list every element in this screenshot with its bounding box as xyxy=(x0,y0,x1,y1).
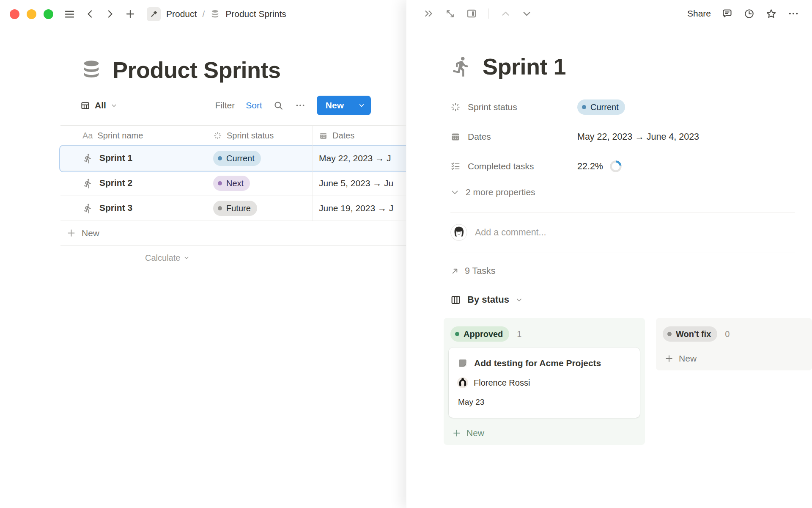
new-record-button-label[interactable]: New xyxy=(317,100,352,110)
more-icon[interactable] xyxy=(787,8,799,19)
chevron-up-icon[interactable] xyxy=(500,8,511,19)
calendar-icon xyxy=(319,131,328,140)
property-label: Dates xyxy=(468,132,491,142)
expand-icon[interactable] xyxy=(445,8,455,19)
more-properties-toggle[interactable]: 2 more properties xyxy=(450,187,795,197)
new-label: New xyxy=(679,353,697,364)
side-peek-icon[interactable] xyxy=(466,8,477,19)
new-row-label: New xyxy=(82,228,99,238)
chevron-down-icon xyxy=(111,102,117,109)
filter-button[interactable]: Filter xyxy=(215,100,235,110)
page-title: Product Sprints xyxy=(112,57,281,83)
status-dot xyxy=(218,206,222,210)
calculate-row: Calculate xyxy=(60,246,406,270)
comment-input-row[interactable]: Add a comment... xyxy=(450,213,795,252)
status-badge[interactable]: Current xyxy=(577,99,625,115)
view-tab-label: By status xyxy=(467,294,509,305)
status-badge[interactable]: Current xyxy=(213,151,261,166)
comments-icon[interactable] xyxy=(721,8,733,19)
avatar xyxy=(457,377,468,388)
peek-topbar: Share xyxy=(406,0,812,27)
share-button[interactable]: Share xyxy=(687,8,711,19)
table-row-sprint-2[interactable]: Sprint 2 Next June 5, 2023 → Ju xyxy=(60,171,406,196)
column-header-dates[interactable]: Dates xyxy=(313,126,406,146)
group-count: 1 xyxy=(517,329,521,339)
new-row-button[interactable]: New xyxy=(60,221,406,246)
table-row-sprint-1[interactable]: Sprint 1 Current May 22, 2023 → J xyxy=(60,146,406,171)
ne-arrow-icon xyxy=(450,267,459,276)
history-icon[interactable] xyxy=(743,8,755,19)
progress-ring xyxy=(609,160,622,173)
dates-cell[interactable]: June 19, 2023 → J xyxy=(313,196,406,221)
properties-section: Sprint status Current Dates May 22, 2023… xyxy=(450,98,795,197)
task-card[interactable]: Add testing for Acme Projects Florence R… xyxy=(449,348,640,418)
property-row-sprint-status[interactable]: Sprint status Current xyxy=(450,98,795,116)
sprint-name-link[interactable]: Sprint 3 xyxy=(99,202,132,214)
database-icon[interactable] xyxy=(80,59,102,81)
comment-input-placeholder[interactable]: Add a comment... xyxy=(475,227,546,238)
divider xyxy=(450,252,795,252)
chevron-down-icon xyxy=(516,296,523,304)
sort-button[interactable]: Sort xyxy=(246,100,262,110)
plus-icon xyxy=(664,354,674,363)
task-card-title[interactable]: Add testing for Acme Projects xyxy=(474,358,601,368)
running-person-icon xyxy=(82,153,93,164)
column-header-sprint-name[interactable]: Aa Sprint name xyxy=(60,126,207,146)
status-badge[interactable]: Future xyxy=(213,201,257,216)
avatar xyxy=(450,224,467,241)
linked-database-title[interactable]: 9 Tasks xyxy=(450,266,795,276)
property-label: Sprint status xyxy=(468,102,517,112)
zoom-window-button[interactable] xyxy=(44,9,53,19)
group-badge-wont-fix[interactable]: Won't fix xyxy=(663,326,717,342)
board-view-icon xyxy=(450,295,461,305)
board-column-header[interactable]: Won't fix 0 xyxy=(661,326,807,342)
sprint-name-link[interactable]: Sprint 2 xyxy=(99,177,132,189)
dates-cell[interactable]: May 22, 2023 → J xyxy=(313,146,406,171)
favorite-star-icon[interactable] xyxy=(765,8,777,19)
board-new-button-wont-fix[interactable]: New xyxy=(661,353,807,364)
dates-value[interactable]: May 22, 2023 → June 4, 2023 xyxy=(577,132,699,142)
breadcrumb-item-product-sprints[interactable]: Product Sprints xyxy=(225,9,286,19)
status-property-icon xyxy=(213,131,222,140)
status-dot xyxy=(582,105,586,109)
close-peek-icon[interactable] xyxy=(423,8,434,19)
board-column-approved: Approved 1 Add testing for Acme Projects xyxy=(444,318,645,445)
view-tab-all[interactable]: All xyxy=(80,100,117,110)
property-row-completed-tasks[interactable]: Completed tasks 22.2% xyxy=(450,157,795,175)
board-column-header[interactable]: Approved 1 xyxy=(449,326,640,342)
search-icon[interactable] xyxy=(273,100,284,111)
toolbar-divider xyxy=(488,8,489,19)
breadcrumb: Product / Product Sprints xyxy=(147,7,286,21)
breadcrumb-item-product[interactable]: Product xyxy=(166,9,197,19)
table-row-sprint-3[interactable]: Sprint 3 Future June 19, 2023 → J xyxy=(60,196,406,221)
chevron-down-icon[interactable] xyxy=(521,8,532,19)
running-person-icon[interactable] xyxy=(450,55,472,77)
view-tab-by-status[interactable]: By status xyxy=(450,294,795,305)
new-label: New xyxy=(466,428,484,438)
calculate-button[interactable]: Calculate xyxy=(145,253,180,263)
chevron-down-icon[interactable] xyxy=(352,102,371,109)
chevron-down-icon xyxy=(450,188,459,197)
close-window-button[interactable] xyxy=(10,9,19,19)
text-property-icon: Aa xyxy=(82,131,93,141)
new-tab-icon[interactable] xyxy=(125,8,136,19)
tasks-link-label[interactable]: 9 Tasks xyxy=(465,266,496,276)
column-header-sprint-status[interactable]: Sprint status xyxy=(207,126,313,146)
more-icon[interactable] xyxy=(295,100,306,111)
dates-cell[interactable]: June 5, 2023 → Ju xyxy=(313,171,406,196)
status-dot xyxy=(218,181,222,185)
back-icon[interactable] xyxy=(85,9,95,19)
minimize-window-button[interactable] xyxy=(27,9,36,19)
board-new-button-approved[interactable]: New xyxy=(449,428,640,438)
new-record-button[interactable]: New xyxy=(317,96,371,115)
peek-title-row: Sprint 1 xyxy=(450,53,795,80)
property-row-dates[interactable]: Dates May 22, 2023 → June 4, 2023 xyxy=(450,128,795,146)
forward-icon[interactable] xyxy=(105,9,115,19)
group-badge-approved[interactable]: Approved xyxy=(450,326,509,342)
database-toolbar: All Filter Sort New xyxy=(80,96,371,115)
hammer-icon[interactable] xyxy=(147,7,161,21)
status-badge[interactable]: Next xyxy=(213,176,250,191)
sidebar-toggle-icon[interactable] xyxy=(64,8,75,20)
sprint-name-link[interactable]: Sprint 1 xyxy=(99,152,132,164)
column-header-label: Sprint status xyxy=(227,131,274,141)
